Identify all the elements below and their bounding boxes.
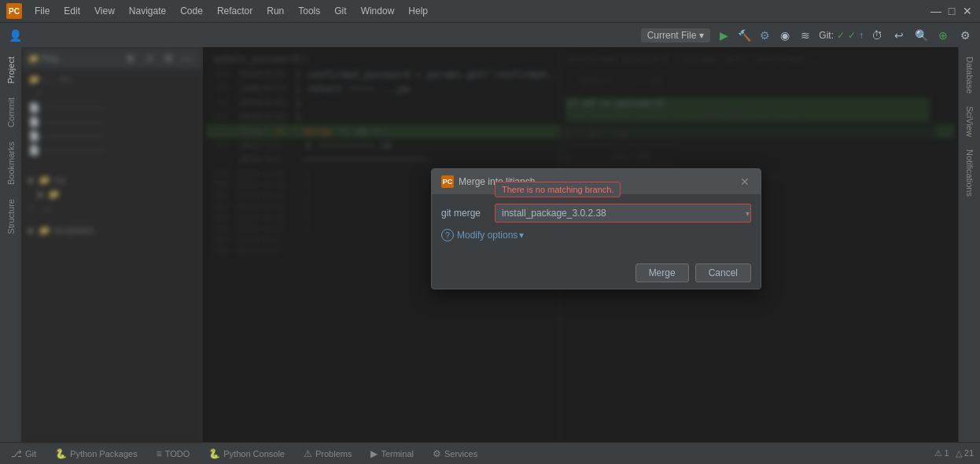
git-push-icon: ↑ <box>859 30 864 41</box>
sidebar-item-bookmarks[interactable]: Bookmarks <box>3 135 19 191</box>
terminal-icon: ▶ <box>370 448 378 459</box>
menu-tools[interactable]: Tools <box>292 4 326 18</box>
menu-help[interactable]: Help <box>402 4 434 18</box>
search-button[interactable]: 🔍 <box>912 27 930 44</box>
services-label: Services <box>444 449 477 458</box>
list-item[interactable]: 📄 ───────── <box>25 115 199 129</box>
menu-edit[interactable]: Edit <box>57 4 87 18</box>
cancel-button[interactable]: Cancel <box>695 263 751 282</box>
expand-icon[interactable]: ⊕ <box>122 50 139 67</box>
warning-count: ⚠ 1 <box>934 448 949 458</box>
sidebar-item-database[interactable]: Database <box>962 50 978 100</box>
list-item[interactable]: / <box>25 87 199 101</box>
menu-run[interactable]: Run <box>260 4 290 18</box>
list-item[interactable]: 📄 ───────── <box>25 129 199 143</box>
dialog-close-button[interactable]: ✕ <box>739 175 751 188</box>
dialog-help-row: ? Modify options ▾ <box>441 229 751 241</box>
todo-label: TODO <box>165 449 190 458</box>
python-console-icon: 🐍 <box>208 448 220 459</box>
tab-terminal[interactable]: ▶ Terminal <box>366 447 418 461</box>
maximize-button[interactable]: □ <box>945 5 958 17</box>
list-item[interactable]: ▶ 📁 my <box>25 173 199 187</box>
right-sidebar: Database SciView Notifications <box>958 47 980 442</box>
git-tab-label: Git <box>25 449 36 458</box>
python-console-label: Python Console <box>223 449 285 458</box>
panel-tools: ⊕ ≡ ⚙ — <box>122 50 196 67</box>
menu-file[interactable]: File <box>28 4 56 18</box>
todo-icon: ≡ <box>157 448 162 459</box>
add-button[interactable]: ⊕ <box>934 27 952 44</box>
python-packages-label: Python Packages <box>70 449 138 458</box>
build-button[interactable]: 🔨 <box>735 27 753 44</box>
menu-refactor[interactable]: Refactor <box>211 4 259 18</box>
project-panel-title: 📁 Proj... <box>28 53 64 64</box>
collapse-icon[interactable]: ≡ <box>141 50 158 67</box>
git-checkmark1: ✓ <box>837 30 845 41</box>
menu-code[interactable]: Code <box>174 4 209 18</box>
list-item[interactable]: 📄 ───────── <box>25 101 199 115</box>
tab-python-packages[interactable]: 🐍 Python Packages <box>50 447 142 461</box>
history-button[interactable]: ⏱ <box>868 27 886 44</box>
bottom-status: ⚠ 1 △ 21 <box>934 448 974 458</box>
panel-settings-icon[interactable]: ⚙ <box>160 50 177 67</box>
editor-area: update_password() 369 2020/8/21 1 confir… <box>203 47 958 442</box>
tab-python-console[interactable]: 🐍 Python Console <box>204 447 289 461</box>
git-merge-label: git merge <box>441 208 488 219</box>
merge-button[interactable]: Merge <box>636 263 689 282</box>
menu-navigate[interactable]: Navigate <box>123 4 172 18</box>
info-count: △ 21 <box>956 448 974 458</box>
project-tree: 📁 L... libr... / 📄 ───────── 📄 ─────────… <box>22 69 202 442</box>
git-tab-icon: ⎇ <box>11 448 22 459</box>
branch-dropdown-button[interactable]: ▾ <box>746 209 750 218</box>
list-item[interactable]: 📄 ───────── <box>25 143 199 157</box>
menu-window[interactable]: Window <box>355 4 401 18</box>
debug-button[interactable]: ⚙ <box>756 27 773 44</box>
window-controls: — □ ✕ <box>930 5 974 17</box>
sidebar-item-sciview[interactable]: SciView <box>962 100 978 143</box>
dialog-app-icon: PC <box>441 175 454 188</box>
help-icon[interactable]: ? <box>441 229 454 241</box>
list-item[interactable]: 📁 L... libr... <box>25 72 199 87</box>
tab-git[interactable]: ⎇ Git <box>6 447 41 461</box>
menu-git[interactable]: Git <box>328 4 352 18</box>
close-button[interactable]: ✕ <box>961 5 974 17</box>
problems-label: Problems <box>315 449 352 458</box>
sidebar-item-notifications[interactable]: Notifications <box>962 143 978 203</box>
git-status-area: Git: ✓ ✓ ↑ <box>819 30 864 41</box>
settings-button[interactable]: ⚙ <box>956 27 974 44</box>
run-buttons: ▶ 🔨 ⚙ ◉ ≋ <box>715 27 814 44</box>
sidebar-item-commit[interactable]: Commit <box>3 91 19 134</box>
sidebar-item-project[interactable]: Project <box>3 50 19 90</box>
dialog-overlay: PC Merge into litianch... ✕ git merge Th… <box>203 47 958 442</box>
list-item[interactable]: ▶ 📁 <box>25 187 199 201</box>
app-logo: PC <box>6 3 22 19</box>
dialog-body: git merge There is no matching branch. ▾… <box>432 194 761 257</box>
tab-services[interactable]: ⚙ Services <box>428 447 482 461</box>
panel-minimize-icon[interactable]: — <box>179 50 196 67</box>
git-checkmark2: ✓ <box>848 30 856 41</box>
list-item[interactable]: ▶ 📁 templates <box>25 223 199 238</box>
dialog-command-row: git merge There is no matching branch. ▾ <box>441 204 751 223</box>
minimize-button[interactable]: — <box>930 5 942 17</box>
coverage-button[interactable]: ◉ <box>776 27 794 44</box>
current-file-dropdown-arrow: ▾ <box>699 30 704 41</box>
run-button[interactable]: ▶ <box>715 27 732 44</box>
terminal-label: Terminal <box>381 449 414 458</box>
current-file-dropdown[interactable]: Current File ▾ <box>641 28 711 42</box>
left-sidebar: Project Commit Bookmarks Structure <box>0 47 22 442</box>
branch-input[interactable] <box>495 204 751 223</box>
sidebar-item-structure[interactable]: Structure <box>3 193 19 241</box>
title-bar-left: PC <box>6 3 22 19</box>
services-icon: ⚙ <box>433 448 441 459</box>
menu-view[interactable]: View <box>88 4 121 18</box>
undo-button[interactable]: ↩ <box>890 27 908 44</box>
current-file-label: Current File <box>647 30 697 41</box>
dialog-footer: Merge Cancel <box>432 257 761 289</box>
profile-run-button[interactable]: ≋ <box>797 27 814 44</box>
merge-dialog: PC Merge into litianch... ✕ git merge Th… <box>431 168 761 289</box>
tab-problems[interactable]: ⚠ Problems <box>299 447 356 461</box>
profile-button[interactable]: 👤 <box>6 27 24 44</box>
tab-todo[interactable]: ≡ TODO <box>152 447 195 461</box>
modify-options-link[interactable]: Modify options ▾ <box>457 230 524 241</box>
git-label: Git: <box>819 30 834 41</box>
